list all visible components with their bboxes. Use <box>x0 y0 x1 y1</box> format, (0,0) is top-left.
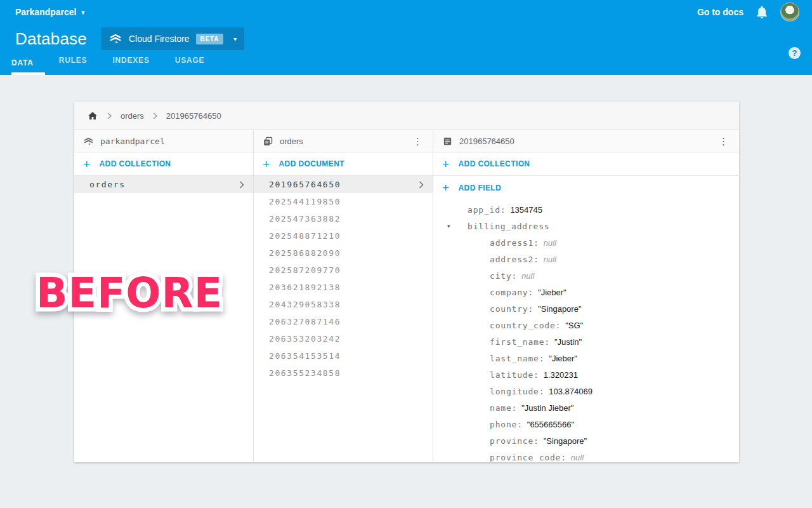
field-key: company: <box>490 288 534 297</box>
field-row-phone[interactable]: phone:"655665566" <box>433 416 738 432</box>
breadcrumb: orders 201965764650 <box>74 102 739 130</box>
collection-list-item[interactable]: orders <box>74 176 253 193</box>
document-list-item[interactable]: 202548871210 <box>254 227 433 244</box>
field-row-name[interactable]: name:"Justin Jieber" <box>433 399 738 416</box>
document-list-item[interactable]: 206327087146 <box>254 313 433 330</box>
field-row-address2[interactable]: address2:null <box>433 251 738 267</box>
document-list-item[interactable]: 206355234858 <box>254 364 433 382</box>
notifications-bell-icon[interactable] <box>756 6 768 18</box>
field-row-longitude[interactable]: longitude:103.874069 <box>433 383 738 399</box>
document-id: 202547363882 <box>269 214 424 224</box>
app-header: Parkandparcel ▾ Go to docs Database Clou… <box>0 0 812 75</box>
plus-icon: + <box>442 158 450 170</box>
document-list-item[interactable]: 202544119850 <box>254 193 433 210</box>
document-id: 201965764650 <box>269 180 419 189</box>
field-key: latitude: <box>490 370 539 380</box>
field-row-billing_address[interactable]: ▾billing_address <box>433 218 738 234</box>
add-collection-button[interactable]: + ADD COLLECTION <box>74 152 253 176</box>
document-list-item[interactable]: 202547363882 <box>254 210 433 227</box>
firestore-icon <box>108 32 122 46</box>
field-value: "Justin" <box>554 337 582 347</box>
project-name: Parkandparcel <box>15 7 77 17</box>
help-icon[interactable]: ? <box>789 47 801 59</box>
collection-name: orders <box>89 180 239 189</box>
chevron-right-icon <box>107 112 112 119</box>
document-list-item[interactable]: 202586882090 <box>254 244 433 262</box>
chevron-down-icon: ▾ <box>82 9 85 16</box>
document-list-item[interactable]: 204329058338 <box>254 296 433 313</box>
breadcrumb-document-id[interactable]: 201965764650 <box>166 111 221 121</box>
document-id: 206354153514 <box>269 351 424 361</box>
plus-icon: + <box>83 158 91 170</box>
service-selector-cloud-firestore[interactable]: Cloud Firestore BETA ▾ <box>101 27 244 50</box>
home-icon[interactable] <box>87 110 98 121</box>
field-row-province_code[interactable]: province_code:null <box>433 449 738 462</box>
field-row-country[interactable]: country:"Singapore" <box>433 300 738 317</box>
field-value: null <box>544 255 556 264</box>
field-key: address1: <box>490 238 539 248</box>
document-id: 202586882090 <box>269 248 424 258</box>
document-list-item[interactable]: 206354153514 <box>254 347 433 364</box>
chevron-right-icon <box>419 181 424 189</box>
add-field-button[interactable]: + ADD FIELD <box>433 176 738 199</box>
field-row-country_code[interactable]: country_code:"SG" <box>433 317 738 333</box>
field-row-first_name[interactable]: first_name:"Justin" <box>433 333 738 350</box>
field-row-city[interactable]: city:null <box>433 267 738 284</box>
kebab-menu-icon[interactable]: ⋮ <box>716 137 731 146</box>
go-to-docs-link[interactable]: Go to docs <box>697 7 743 17</box>
field-value: 103.874069 <box>549 387 593 396</box>
document-id: 203621892138 <box>269 283 424 292</box>
field-value: null <box>571 453 584 462</box>
tab-rules[interactable]: RULES <box>59 56 99 75</box>
beta-badge: BETA <box>196 34 224 44</box>
add-document-button[interactable]: + ADD DOCUMENT <box>254 152 433 176</box>
field-row-address1[interactable]: address1:null <box>433 234 738 251</box>
document-id: 202548871210 <box>269 231 424 241</box>
field-key: phone: <box>490 420 523 429</box>
field-key: billing_address <box>468 222 549 231</box>
field-value: "Jieber" <box>538 288 566 297</box>
document-list-item[interactable]: 203621892138 <box>254 279 433 296</box>
document-list-item[interactable]: 201965764650 <box>254 176 433 193</box>
field-key: country_code: <box>490 321 561 330</box>
field-value: 1354745 <box>510 205 542 215</box>
document-list-item[interactable]: 202587209770 <box>254 262 433 279</box>
project-selector[interactable]: Parkandparcel ▾ <box>15 7 85 17</box>
document-id: 202544119850 <box>269 197 424 206</box>
document-id: 206355234858 <box>269 368 424 378</box>
breadcrumb-orders[interactable]: orders <box>121 111 144 121</box>
field-key: province_code: <box>490 453 566 462</box>
tab-usage[interactable]: USAGE <box>175 56 216 75</box>
collection-icon <box>263 136 273 147</box>
field-key: first_name: <box>490 337 550 347</box>
tab-indexes[interactable]: INDEXES <box>112 56 160 75</box>
tab-data[interactable]: DATA <box>11 58 45 75</box>
chevron-down-icon: ▾ <box>233 36 237 43</box>
tab-bar: DATARULESINDEXESUSAGE <box>0 53 812 75</box>
field-row-app_id[interactable]: app_id:1354745 <box>433 201 738 218</box>
database-root-title: parkandparcel <box>100 137 246 146</box>
expand-arrow-icon[interactable]: ▾ <box>447 223 450 229</box>
field-key: name: <box>490 403 517 413</box>
add-collection-button[interactable]: + ADD COLLECTION <box>433 152 738 176</box>
field-row-company[interactable]: company:"Jieber" <box>433 284 738 300</box>
document-icon <box>442 136 453 147</box>
field-key: app_id: <box>468 205 506 215</box>
field-key: address2: <box>490 255 539 264</box>
service-label: Cloud Firestore <box>129 34 190 44</box>
panel-database-root: parkandparcel + ADD COLLECTION orders <box>74 130 254 462</box>
field-row-last_name[interactable]: last_name:"Jieber" <box>433 350 738 366</box>
user-avatar[interactable] <box>780 3 799 22</box>
kebab-menu-icon[interactable]: ⋮ <box>410 137 425 146</box>
plus-icon: + <box>263 158 270 170</box>
panel-document-detail: 201965764650 ⋮ + ADD COLLECTION + ADD FI… <box>433 130 738 462</box>
field-key: last_name: <box>490 354 544 363</box>
field-row-latitude[interactable]: latitude:1.320231 <box>433 366 738 383</box>
field-row-province[interactable]: province:"Singapore" <box>433 432 738 449</box>
document-list-item[interactable]: 206353203242 <box>254 330 433 347</box>
page-title: Database <box>15 29 87 49</box>
field-key: country: <box>490 304 534 314</box>
field-value: 1.320231 <box>544 370 578 380</box>
document-title: 201965764650 <box>459 137 710 146</box>
documents-list: 2019657646502025441198502025473638822025… <box>254 176 433 382</box>
